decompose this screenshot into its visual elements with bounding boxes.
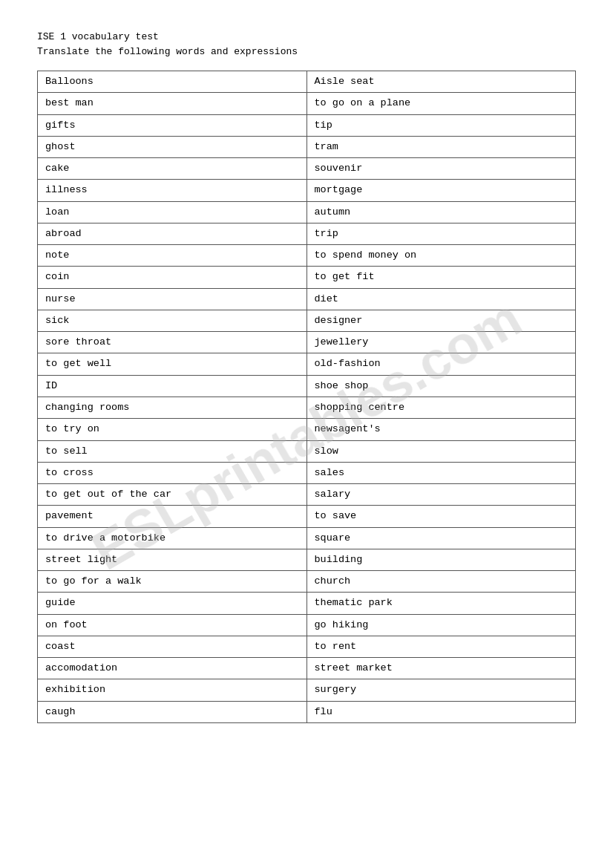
- table-row: salary: [306, 484, 576, 506]
- table-row: on foot: [38, 614, 307, 636]
- table-row: coast: [38, 636, 307, 657]
- table-row: Balloons: [38, 71, 307, 93]
- header-line1: ISE 1 vocabulary test: [37, 30, 576, 45]
- table-row: street light: [38, 549, 307, 570]
- table-row: shopping centre: [306, 397, 576, 418]
- table-row: to get fit: [306, 267, 576, 288]
- table-row: Aisle seat: [306, 71, 576, 93]
- table-row: go hiking: [306, 614, 576, 636]
- table-row: flu: [306, 701, 576, 722]
- table-row: changing rooms: [38, 397, 307, 418]
- table-row: to go on a plane: [306, 93, 576, 114]
- table-row: note: [38, 245, 307, 267]
- table-row: sore throat: [38, 332, 307, 353]
- table-row: jewellery: [306, 332, 576, 353]
- table-row: tip: [306, 114, 576, 136]
- table-row: illness: [38, 180, 307, 201]
- table-row: caugh: [38, 701, 307, 722]
- table-row: to get well: [38, 353, 307, 375]
- table-row: to rent: [306, 636, 576, 657]
- header-line2: Translate the following words and expres…: [37, 45, 576, 59]
- table-row: sales: [306, 462, 576, 483]
- table-row: building: [306, 549, 576, 570]
- table-row: street market: [306, 658, 576, 679]
- table-row: nurse: [38, 288, 307, 310]
- table-row: ID: [38, 375, 307, 397]
- table-row: to spend money on: [306, 245, 576, 267]
- table-row: to save: [306, 506, 576, 527]
- table-row: surgery: [306, 679, 576, 701]
- table-row: slow: [306, 440, 576, 462]
- table-row: tram: [306, 136, 576, 157]
- table-row: to drive a motorbike: [38, 527, 307, 549]
- table-row: newsagent's: [306, 419, 576, 440]
- table-row: trip: [306, 223, 576, 244]
- table-row: to try on: [38, 419, 307, 440]
- table-row: cake: [38, 158, 307, 180]
- table-row: exhibition: [38, 679, 307, 701]
- table-row: square: [306, 527, 576, 549]
- table-row: pavement: [38, 506, 307, 527]
- table-row: souvenir: [306, 158, 576, 180]
- table-row: best man: [38, 93, 307, 114]
- table-row: loan: [38, 201, 307, 223]
- page-header: ISE 1 vocabulary test Translate the foll…: [37, 30, 576, 59]
- table-row: old-fashion: [306, 353, 576, 375]
- table-row: to cross: [38, 462, 307, 483]
- table-row: thematic park: [306, 593, 576, 614]
- table-row: gifts: [38, 114, 307, 136]
- table-row: shoe shop: [306, 375, 576, 397]
- table-row: coin: [38, 267, 307, 288]
- vocabulary-table: BalloonsAisle seatbest manto go on a pla…: [37, 71, 576, 723]
- table-row: guide: [38, 593, 307, 614]
- table-row: to go for a walk: [38, 571, 307, 593]
- table-row: to get out of the car: [38, 484, 307, 506]
- table-row: to sell: [38, 440, 307, 462]
- table-row: autumn: [306, 201, 576, 223]
- table-row: abroad: [38, 223, 307, 244]
- table-row: diet: [306, 288, 576, 310]
- table-row: ghost: [38, 136, 307, 157]
- table-row: designer: [306, 310, 576, 331]
- table-row: sick: [38, 310, 307, 331]
- table-row: accomodation: [38, 658, 307, 679]
- table-row: mortgage: [306, 180, 576, 201]
- table-row: church: [306, 571, 576, 593]
